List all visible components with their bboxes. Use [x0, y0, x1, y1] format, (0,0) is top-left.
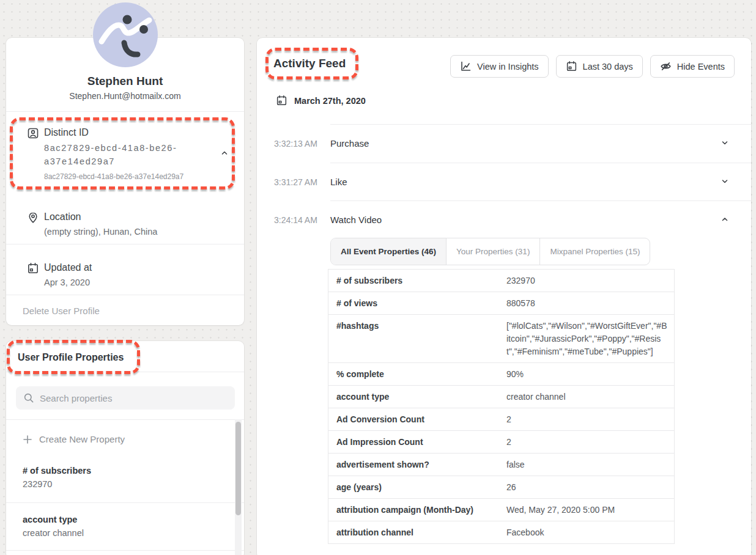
- feed-toolbar: View in Insights Last 30 days: [450, 55, 735, 78]
- table-row: advertisement shown? false: [328, 454, 674, 476]
- row-value: 90%: [506, 363, 674, 385]
- event-row-watch-video[interactable]: 3:24:14 AM Watch Video: [257, 200, 751, 238]
- row-property: # of views: [328, 292, 506, 314]
- table-row: account type creator channel: [328, 386, 674, 408]
- row-property: % complete: [328, 363, 506, 385]
- event-row-like[interactable]: 3:31:27 AM Like: [257, 163, 751, 200]
- profile-card: Stephen Hunt Stephen.Hunt@hotmailx.com D…: [6, 38, 244, 325]
- button-label: Last 30 days: [583, 62, 633, 72]
- distinct-id-label: Distinct ID: [44, 127, 89, 138]
- row-property: Ad Impression Count: [328, 431, 506, 453]
- distinct-id-value-small: 8ac27829-ebcd-41a8-be26-a37e14ed29a7: [44, 172, 183, 181]
- location-pin-icon: [27, 211, 39, 224]
- user-profile-properties-card: User Profile Properties Create New Prope…: [6, 341, 244, 555]
- row-value: 880578: [506, 292, 674, 314]
- chevron-up-icon[interactable]: [220, 149, 229, 157]
- table-row: % complete 90%: [328, 363, 674, 386]
- user-name: Stephen Hunt: [6, 75, 244, 88]
- table-row: Ad Impression Count 2: [328, 431, 674, 454]
- table-row: # of subscribers 232970: [328, 270, 674, 292]
- property-name: # of subscribers: [23, 466, 224, 476]
- table-row: attribution campaign (Month-Day) Wed, Ma…: [328, 499, 674, 521]
- divider: [6, 550, 244, 551]
- avatar: [93, 2, 158, 67]
- property-list-item[interactable]: # of subscribers 232970: [23, 466, 224, 489]
- table-row: #hashtags ["#lolCats","#Wilson","#WorstG…: [328, 315, 674, 363]
- date-header: March 27th, 2020: [276, 95, 366, 106]
- row-value: ["#lolCats","#Wilson","#WorstGiftEver","…: [506, 315, 674, 362]
- divider: [6, 244, 244, 244]
- user-email: Stephen.Hunt@hotmailx.com: [6, 91, 244, 101]
- date-header-label: March 27th, 2020: [294, 96, 366, 106]
- eye-off-icon: [660, 61, 672, 72]
- event-name: Like: [330, 177, 347, 187]
- activity-feed-card: Activity Feed View in Insights: [257, 38, 751, 555]
- divider: [6, 295, 244, 295]
- button-label: View in Insights: [477, 62, 538, 72]
- date-range-button[interactable]: Last 30 days: [556, 55, 643, 78]
- location-label: Location: [44, 211, 81, 222]
- property-value: creator channel: [23, 528, 224, 538]
- button-label: Hide Events: [677, 62, 725, 72]
- divider: [6, 419, 244, 420]
- plus-icon: [23, 435, 32, 444]
- chevron-down-icon[interactable]: [721, 177, 729, 186]
- row-value: 2: [506, 408, 674, 430]
- line-chart-icon: [460, 61, 472, 72]
- table-row: attribution channel Facebook: [328, 521, 674, 544]
- table-row: # of views 880578: [328, 292, 674, 315]
- tab-all-event-properties[interactable]: All Event Properties (46): [331, 238, 446, 265]
- event-time: 3:31:27 AM: [274, 177, 317, 187]
- row-property: # of subscribers: [328, 270, 506, 292]
- row-value: Wed, May 27, 2020 5:00 PM: [506, 499, 674, 521]
- property-value: 232970: [23, 479, 224, 489]
- create-new-property-button[interactable]: Create New Property: [23, 434, 125, 444]
- search-properties-box: [16, 386, 235, 410]
- location-value: (empty string), Hunan, China: [44, 227, 157, 237]
- row-property: age (years): [328, 476, 506, 498]
- row-value: 26: [506, 476, 674, 498]
- property-name: account type: [23, 515, 224, 524]
- property-list-item[interactable]: account type creator channel: [23, 515, 224, 538]
- updated-at-value: Apr 3, 2020: [44, 278, 90, 287]
- search-icon: [23, 392, 34, 403]
- table-row: age (years) 26: [328, 476, 674, 499]
- updated-at-label: Updated at: [44, 262, 92, 273]
- row-property: #hashtags: [328, 315, 506, 362]
- id-card-icon: [27, 127, 39, 139]
- row-property: account type: [328, 386, 506, 408]
- calendar-icon: [276, 95, 287, 106]
- event-time: 3:32:13 AM: [274, 139, 317, 149]
- row-value: creator channel: [506, 386, 674, 408]
- search-properties-input[interactable]: [40, 393, 217, 403]
- divider: [6, 502, 244, 503]
- delete-user-profile-link[interactable]: Delete User Profile: [23, 306, 100, 316]
- view-in-insights-button[interactable]: View in Insights: [450, 55, 548, 78]
- calendar-icon: [566, 61, 577, 72]
- row-property: attribution channel: [328, 521, 506, 543]
- event-row-purchase[interactable]: 3:32:13 AM Purchase: [257, 124, 751, 162]
- properties-title: User Profile Properties: [18, 352, 124, 363]
- event-properties-table: # of subscribers 232970 # of views 88057…: [328, 269, 675, 544]
- chevron-up-icon[interactable]: [721, 215, 729, 224]
- divider: [6, 111, 244, 112]
- activity-feed-title: Activity Feed: [273, 57, 346, 70]
- row-value: false: [506, 454, 674, 476]
- hide-events-button[interactable]: Hide Events: [650, 55, 735, 78]
- tab-your-properties[interactable]: Your Properties (31): [446, 238, 539, 265]
- row-property: advertisement shown?: [328, 454, 506, 476]
- chevron-down-icon[interactable]: [721, 139, 729, 147]
- scrollbar-thumb[interactable]: [235, 422, 241, 515]
- row-value: 232970: [506, 270, 674, 292]
- event-time: 3:24:14 AM: [274, 215, 317, 225]
- event-properties-tabs: All Event Properties (46) Your Propertie…: [330, 238, 650, 265]
- event-name: Watch Video: [330, 215, 382, 225]
- row-property: Ad Conversion Count: [328, 408, 506, 430]
- tab-mixpanel-properties[interactable]: Mixpanel Properties (15): [539, 238, 650, 265]
- row-property: attribution campaign (Month-Day): [328, 499, 506, 521]
- user-profile-page: Stephen Hunt Stephen.Hunt@hotmailx.com D…: [0, 0, 756, 555]
- divider: [6, 372, 244, 372]
- row-value: Facebook: [506, 521, 674, 543]
- row-value: 2: [506, 431, 674, 453]
- distinct-id-value: 8ac27829-ebcd-41a8-be26-a37e14ed29a7: [44, 142, 191, 168]
